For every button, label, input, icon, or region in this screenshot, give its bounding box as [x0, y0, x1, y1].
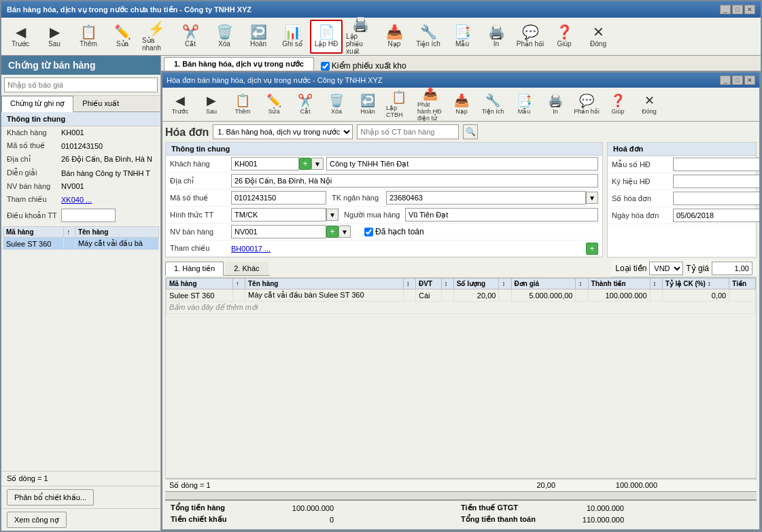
- inner-maximize-btn[interactable]: □: [732, 75, 743, 85]
- tab-phieu-xuat[interactable]: Phiếu xuất: [73, 96, 128, 111]
- khachhang-dropdown[interactable]: ▼: [311, 158, 324, 170]
- xemcongno-btn[interactable]: Xem công nợ: [7, 512, 67, 528]
- toolbar-forward-btn[interactable]: ▶ Sau: [38, 20, 71, 54]
- invoice-search-btn[interactable]: 🔍: [463, 124, 478, 139]
- inv-diachi-input[interactable]: [231, 174, 598, 188]
- col-sort2[interactable]: ↕: [403, 279, 415, 289]
- nvbanhang-dropdown[interactable]: ▼: [339, 226, 351, 238]
- inv-thamchieu-link[interactable]: BH00017 ...: [231, 245, 586, 253]
- inv-khachhang-input[interactable]: [231, 157, 299, 171]
- toolbar-cut-btn[interactable]: ✂️ Cắt: [174, 20, 207, 54]
- add-label: Thêm: [80, 40, 97, 48]
- left-dktt-input[interactable]: [61, 209, 116, 222]
- toolbar-print-btn[interactable]: 🖨️ In: [480, 20, 513, 54]
- phanbo-btn[interactable]: Phân bổ chiết khấu...: [7, 489, 94, 506]
- toolbar-feedback-btn[interactable]: 💬 Phản hồi: [514, 20, 547, 54]
- tab-hang-tien[interactable]: 1. Hàng tiền: [165, 262, 224, 276]
- kiem-phieu-xuat-checkbox[interactable]: [321, 62, 330, 71]
- inner-close2-btn[interactable]: ✕ Đóng: [634, 89, 664, 120]
- khachhang-add-btn[interactable]: +: [299, 158, 311, 170]
- grid-sort4: [499, 289, 511, 302]
- inv-kyhieuhd-input[interactable]: [673, 175, 759, 188]
- inv-masothue-input[interactable]: [231, 191, 326, 205]
- inner-in-btn[interactable]: 🖨️ In: [540, 89, 570, 120]
- toolbar-invoice-btn[interactable]: 📄 Lập HĐ: [310, 20, 343, 54]
- toolbar-printform-btn[interactable]: 🖨️ Lập phiếu xuất: [344, 20, 377, 54]
- tab-khac[interactable]: 2. Khác: [225, 262, 268, 275]
- inner-close-btn[interactable]: ✕: [744, 75, 755, 85]
- inv-mausohd-input[interactable]: [673, 158, 759, 171]
- col-sort1[interactable]: ↑: [232, 279, 245, 289]
- forward-icon: ▶: [50, 25, 60, 39]
- template-icon: 📑: [454, 25, 471, 39]
- col-sort3[interactable]: ↕: [441, 279, 453, 289]
- inv-hinhthuctt-input[interactable]: [231, 208, 326, 221]
- inner-help-btn[interactable]: ❓ Giúp: [603, 89, 633, 120]
- inner-phathanh-btn[interactable]: 📤 Phát hành HĐ điện tử: [415, 89, 445, 120]
- hinhthuctt-dropdown[interactable]: ▼: [326, 209, 339, 221]
- toolbar-post-btn[interactable]: 📊 Ghi sổ: [276, 20, 309, 54]
- inner-feedback-btn[interactable]: 💬 Phản hồi: [572, 89, 602, 120]
- col-sort5[interactable]: ↕: [576, 279, 588, 289]
- toolbar-quickedit-btn[interactable]: ⚡ Sửa nhanh: [140, 20, 173, 54]
- inv-nvbanhang-row: NV bán hàng + ▼ Đã hạch toán: [166, 224, 602, 241]
- inner-forward-btn[interactable]: ▶ Sau: [196, 89, 226, 120]
- grid-soluong: 20,00: [453, 289, 499, 302]
- inner-delete-btn[interactable]: 🗑️ Xóa: [322, 89, 351, 120]
- inner-add-btn[interactable]: 📋 Thêm: [228, 89, 258, 120]
- col-sort4[interactable]: ↕: [499, 279, 511, 289]
- toolbar-back-btn[interactable]: ◀ Trước: [4, 20, 37, 54]
- toolbar-utility-btn[interactable]: 🔧 Tiện ích: [412, 20, 445, 54]
- inner-edit-btn[interactable]: ✏️ Sửa: [259, 89, 289, 120]
- inner-cut-btn[interactable]: ✂️ Cắt: [290, 89, 320, 120]
- loai-tien-select[interactable]: VND: [649, 262, 683, 275]
- toolbar-undo-btn[interactable]: ↩️ Hoàn: [242, 20, 275, 54]
- inner-nap-btn[interactable]: 📥 Nạp: [447, 89, 477, 120]
- inner-undo-btn[interactable]: ↩️ Hoàn: [353, 89, 383, 120]
- inner-minimize-btn[interactable]: _: [720, 75, 731, 85]
- left-thamchieu-value[interactable]: XK040 ...: [61, 196, 155, 204]
- invoice-num-input[interactable]: [357, 124, 459, 139]
- hoadon-header: Hoá đơn: [608, 143, 756, 156]
- add-row[interactable]: Bấm vào đây để thêm mới: [167, 302, 756, 314]
- grid-thanhtien: 100.000.000: [588, 289, 650, 302]
- inv-nvbanhang-input[interactable]: [231, 225, 326, 238]
- inv-ngayhoadon-input[interactable]: [673, 209, 759, 222]
- maximize-btn[interactable]: □: [732, 5, 743, 14]
- col-sort6[interactable]: ↕: [650, 279, 662, 289]
- inv-tknganhang-input[interactable]: [386, 191, 586, 205]
- ty-gia-input[interactable]: [712, 262, 752, 275]
- inv-sohoadon-input[interactable]: [673, 192, 759, 205]
- tknganhang-dropdown[interactable]: ▼: [586, 192, 598, 204]
- toolbar-template-btn[interactable]: 📑 Mẫu: [446, 20, 479, 54]
- invoice-type-select[interactable]: 1. Bán hàng hoá, dịch vụ trong nước: [213, 124, 353, 139]
- search-input[interactable]: [4, 77, 158, 92]
- inv-nguoimuahang-input[interactable]: [405, 208, 598, 221]
- inner-phathanh-label: Phát hành HĐ điện tử: [417, 101, 443, 122]
- inner-mau-btn[interactable]: 📑 Mẫu: [509, 89, 539, 120]
- inner-tienich-btn[interactable]: 🔧 Tiện ích: [478, 89, 508, 120]
- tab-chungtu-ghino[interactable]: Chứng từ ghi nợ: [1, 96, 73, 112]
- inner-back-btn[interactable]: ◀ Trước: [165, 89, 195, 120]
- left-table-sort-header[interactable]: ↑: [64, 227, 75, 238]
- inv-company-input[interactable]: [326, 157, 598, 171]
- inv-sohoadon-label: Số hóa đơn: [612, 194, 673, 203]
- table-row[interactable]: Sulee ST 360 Máy cắt vải đầu bà: [3, 238, 159, 250]
- nvbanhang-add-btn[interactable]: +: [326, 226, 339, 238]
- minimize-btn[interactable]: _: [720, 5, 731, 14]
- close-main-btn[interactable]: ✕: [744, 5, 755, 14]
- horizontal-scrollbar[interactable]: [165, 491, 757, 499]
- toolbar-delete-btn[interactable]: 🗑️ Xóa: [208, 20, 241, 54]
- inner-total-thanhtien: 100.000.000: [559, 479, 661, 491]
- toolbar-load-btn[interactable]: 📥 Nạp: [378, 20, 411, 54]
- dahachtoan-label: Đã hạch toán: [364, 227, 424, 236]
- toolbar-help-btn[interactable]: ❓ Giúp: [548, 20, 581, 54]
- toolbar-edit-btn[interactable]: ✏️ Sửa: [106, 20, 139, 54]
- dahachtoan-checkbox[interactable]: [364, 228, 373, 236]
- thamchieu-add-btn[interactable]: +: [586, 243, 598, 255]
- inner-lapctbh-btn[interactable]: 📋 Lập CTBH: [384, 89, 414, 120]
- toolbar-add-btn[interactable]: 📋 Thêm: [72, 20, 105, 54]
- tab-banhang-main[interactable]: 1. Bán hàng hóa, dịch vụ trong nước: [164, 57, 314, 71]
- table-row[interactable]: Sulee ST 360 Máy cắt vải đầu bàn Sulee S…: [167, 289, 756, 302]
- toolbar-close-btn[interactable]: ✕ Đóng: [582, 20, 614, 54]
